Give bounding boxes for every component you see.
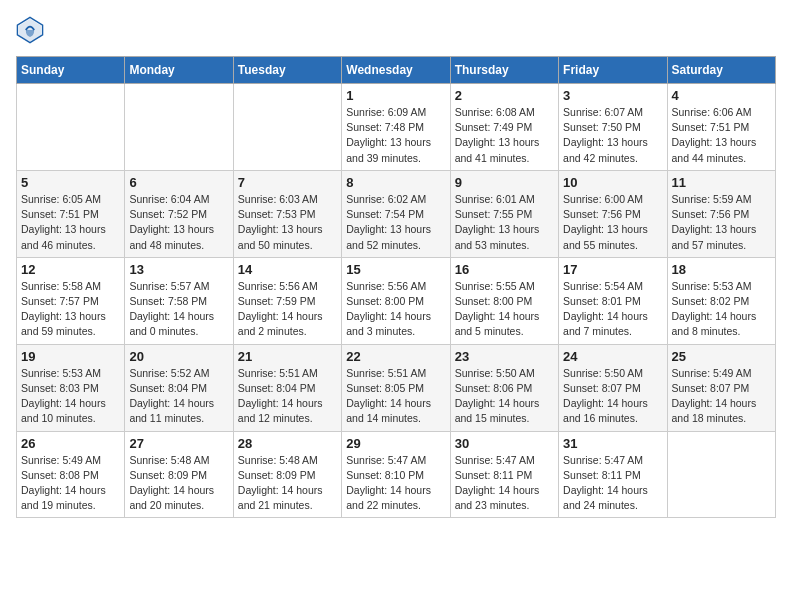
calendar-cell: 31Sunrise: 5:47 AM Sunset: 8:11 PM Dayli… (559, 431, 667, 518)
calendar-cell (125, 84, 233, 171)
day-info: Sunrise: 5:48 AM Sunset: 8:09 PM Dayligh… (129, 453, 228, 514)
day-info: Sunrise: 6:05 AM Sunset: 7:51 PM Dayligh… (21, 192, 120, 253)
column-header-wednesday: Wednesday (342, 57, 450, 84)
day-number: 18 (672, 262, 771, 277)
column-header-thursday: Thursday (450, 57, 558, 84)
calendar-cell: 17Sunrise: 5:54 AM Sunset: 8:01 PM Dayli… (559, 257, 667, 344)
calendar-week-row: 12Sunrise: 5:58 AM Sunset: 7:57 PM Dayli… (17, 257, 776, 344)
column-header-friday: Friday (559, 57, 667, 84)
day-number: 25 (672, 349, 771, 364)
calendar-cell: 10Sunrise: 6:00 AM Sunset: 7:56 PM Dayli… (559, 170, 667, 257)
calendar-cell: 8Sunrise: 6:02 AM Sunset: 7:54 PM Daylig… (342, 170, 450, 257)
day-info: Sunrise: 6:07 AM Sunset: 7:50 PM Dayligh… (563, 105, 662, 166)
day-info: Sunrise: 5:55 AM Sunset: 8:00 PM Dayligh… (455, 279, 554, 340)
calendar-cell: 12Sunrise: 5:58 AM Sunset: 7:57 PM Dayli… (17, 257, 125, 344)
day-info: Sunrise: 6:02 AM Sunset: 7:54 PM Dayligh… (346, 192, 445, 253)
day-info: Sunrise: 5:50 AM Sunset: 8:06 PM Dayligh… (455, 366, 554, 427)
calendar-cell: 6Sunrise: 6:04 AM Sunset: 7:52 PM Daylig… (125, 170, 233, 257)
calendar-cell: 30Sunrise: 5:47 AM Sunset: 8:11 PM Dayli… (450, 431, 558, 518)
day-info: Sunrise: 5:52 AM Sunset: 8:04 PM Dayligh… (129, 366, 228, 427)
day-info: Sunrise: 5:53 AM Sunset: 8:02 PM Dayligh… (672, 279, 771, 340)
calendar-week-row: 5Sunrise: 6:05 AM Sunset: 7:51 PM Daylig… (17, 170, 776, 257)
calendar-week-row: 19Sunrise: 5:53 AM Sunset: 8:03 PM Dayli… (17, 344, 776, 431)
day-info: Sunrise: 6:08 AM Sunset: 7:49 PM Dayligh… (455, 105, 554, 166)
day-info: Sunrise: 6:00 AM Sunset: 7:56 PM Dayligh… (563, 192, 662, 253)
day-info: Sunrise: 5:56 AM Sunset: 7:59 PM Dayligh… (238, 279, 337, 340)
day-number: 24 (563, 349, 662, 364)
day-number: 2 (455, 88, 554, 103)
calendar-cell: 11Sunrise: 5:59 AM Sunset: 7:56 PM Dayli… (667, 170, 775, 257)
day-number: 9 (455, 175, 554, 190)
calendar-cell: 19Sunrise: 5:53 AM Sunset: 8:03 PM Dayli… (17, 344, 125, 431)
day-number: 4 (672, 88, 771, 103)
day-info: Sunrise: 6:09 AM Sunset: 7:48 PM Dayligh… (346, 105, 445, 166)
day-number: 3 (563, 88, 662, 103)
calendar-cell: 7Sunrise: 6:03 AM Sunset: 7:53 PM Daylig… (233, 170, 341, 257)
day-number: 28 (238, 436, 337, 451)
day-number: 21 (238, 349, 337, 364)
day-number: 29 (346, 436, 445, 451)
column-header-monday: Monday (125, 57, 233, 84)
calendar-cell: 21Sunrise: 5:51 AM Sunset: 8:04 PM Dayli… (233, 344, 341, 431)
calendar-table: SundayMondayTuesdayWednesdayThursdayFrid… (16, 56, 776, 518)
day-number: 1 (346, 88, 445, 103)
calendar-cell: 22Sunrise: 5:51 AM Sunset: 8:05 PM Dayli… (342, 344, 450, 431)
calendar-cell: 9Sunrise: 6:01 AM Sunset: 7:55 PM Daylig… (450, 170, 558, 257)
calendar-cell (233, 84, 341, 171)
day-info: Sunrise: 6:04 AM Sunset: 7:52 PM Dayligh… (129, 192, 228, 253)
day-number: 10 (563, 175, 662, 190)
calendar-cell: 28Sunrise: 5:48 AM Sunset: 8:09 PM Dayli… (233, 431, 341, 518)
day-info: Sunrise: 5:57 AM Sunset: 7:58 PM Dayligh… (129, 279, 228, 340)
day-info: Sunrise: 5:51 AM Sunset: 8:04 PM Dayligh… (238, 366, 337, 427)
calendar-header-row: SundayMondayTuesdayWednesdayThursdayFrid… (17, 57, 776, 84)
day-info: Sunrise: 6:03 AM Sunset: 7:53 PM Dayligh… (238, 192, 337, 253)
calendar-cell: 5Sunrise: 6:05 AM Sunset: 7:51 PM Daylig… (17, 170, 125, 257)
calendar-cell: 25Sunrise: 5:49 AM Sunset: 8:07 PM Dayli… (667, 344, 775, 431)
day-info: Sunrise: 5:49 AM Sunset: 8:07 PM Dayligh… (672, 366, 771, 427)
day-number: 26 (21, 436, 120, 451)
day-info: Sunrise: 5:54 AM Sunset: 8:01 PM Dayligh… (563, 279, 662, 340)
day-number: 6 (129, 175, 228, 190)
day-number: 17 (563, 262, 662, 277)
day-number: 22 (346, 349, 445, 364)
day-number: 11 (672, 175, 771, 190)
column-header-sunday: Sunday (17, 57, 125, 84)
day-info: Sunrise: 5:47 AM Sunset: 8:10 PM Dayligh… (346, 453, 445, 514)
calendar-cell: 13Sunrise: 5:57 AM Sunset: 7:58 PM Dayli… (125, 257, 233, 344)
logo-icon (16, 16, 44, 44)
day-info: Sunrise: 5:49 AM Sunset: 8:08 PM Dayligh… (21, 453, 120, 514)
logo (16, 16, 48, 44)
day-number: 15 (346, 262, 445, 277)
day-info: Sunrise: 5:53 AM Sunset: 8:03 PM Dayligh… (21, 366, 120, 427)
calendar-cell: 23Sunrise: 5:50 AM Sunset: 8:06 PM Dayli… (450, 344, 558, 431)
calendar-cell (17, 84, 125, 171)
day-info: Sunrise: 5:48 AM Sunset: 8:09 PM Dayligh… (238, 453, 337, 514)
calendar-cell (667, 431, 775, 518)
day-number: 13 (129, 262, 228, 277)
day-info: Sunrise: 6:06 AM Sunset: 7:51 PM Dayligh… (672, 105, 771, 166)
calendar-cell: 26Sunrise: 5:49 AM Sunset: 8:08 PM Dayli… (17, 431, 125, 518)
calendar-cell: 27Sunrise: 5:48 AM Sunset: 8:09 PM Dayli… (125, 431, 233, 518)
calendar-cell: 3Sunrise: 6:07 AM Sunset: 7:50 PM Daylig… (559, 84, 667, 171)
day-info: Sunrise: 5:56 AM Sunset: 8:00 PM Dayligh… (346, 279, 445, 340)
day-number: 27 (129, 436, 228, 451)
day-info: Sunrise: 6:01 AM Sunset: 7:55 PM Dayligh… (455, 192, 554, 253)
calendar-cell: 4Sunrise: 6:06 AM Sunset: 7:51 PM Daylig… (667, 84, 775, 171)
day-number: 5 (21, 175, 120, 190)
calendar-week-row: 26Sunrise: 5:49 AM Sunset: 8:08 PM Dayli… (17, 431, 776, 518)
day-info: Sunrise: 5:51 AM Sunset: 8:05 PM Dayligh… (346, 366, 445, 427)
day-number: 16 (455, 262, 554, 277)
day-info: Sunrise: 5:47 AM Sunset: 8:11 PM Dayligh… (455, 453, 554, 514)
calendar-cell: 16Sunrise: 5:55 AM Sunset: 8:00 PM Dayli… (450, 257, 558, 344)
day-number: 30 (455, 436, 554, 451)
day-number: 14 (238, 262, 337, 277)
day-number: 7 (238, 175, 337, 190)
day-number: 8 (346, 175, 445, 190)
calendar-cell: 14Sunrise: 5:56 AM Sunset: 7:59 PM Dayli… (233, 257, 341, 344)
calendar-cell: 29Sunrise: 5:47 AM Sunset: 8:10 PM Dayli… (342, 431, 450, 518)
calendar-cell: 15Sunrise: 5:56 AM Sunset: 8:00 PM Dayli… (342, 257, 450, 344)
page-header (16, 16, 776, 44)
day-info: Sunrise: 5:58 AM Sunset: 7:57 PM Dayligh… (21, 279, 120, 340)
calendar-cell: 2Sunrise: 6:08 AM Sunset: 7:49 PM Daylig… (450, 84, 558, 171)
column-header-tuesday: Tuesday (233, 57, 341, 84)
